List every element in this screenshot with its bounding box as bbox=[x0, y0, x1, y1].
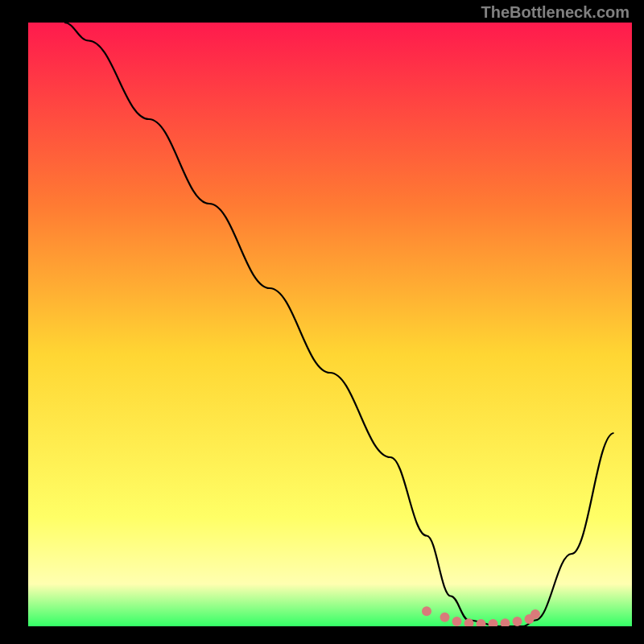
marker-dot bbox=[440, 613, 450, 622]
watermark-text: TheBottleneck.com bbox=[481, 3, 630, 22]
chart-svg bbox=[28, 23, 632, 626]
marker-dot bbox=[513, 617, 522, 626]
marker-dot bbox=[530, 609, 540, 619]
marker-dot bbox=[422, 606, 431, 616]
chart-container: TheBottleneck.com bbox=[0, 0, 644, 644]
gradient-background bbox=[28, 23, 632, 626]
marker-dot bbox=[452, 617, 462, 626]
plot-area bbox=[28, 23, 632, 626]
